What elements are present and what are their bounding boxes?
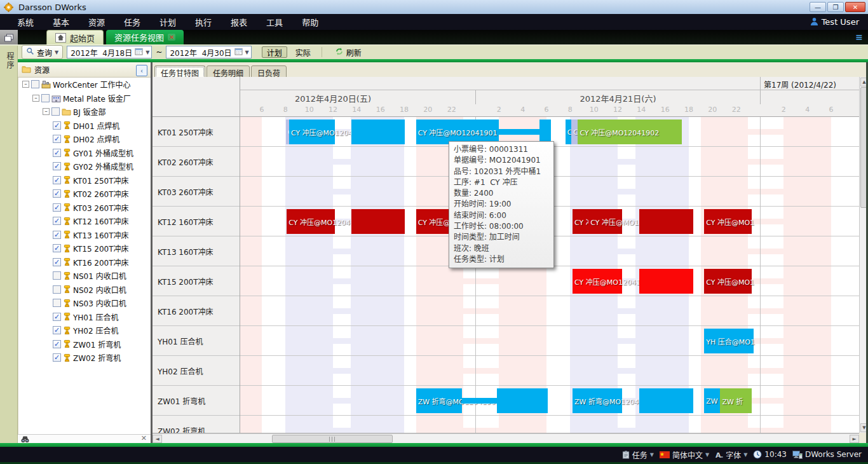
gantt-task-bar[interactable]	[639, 209, 693, 234]
menu-item[interactable]: 帮助	[292, 14, 328, 30]
gantt-task-bar[interactable]	[497, 388, 548, 413]
close-button[interactable]: ✕	[845, 2, 865, 12]
tree-checkbox[interactable]: ✓	[53, 326, 61, 334]
tree-checkbox[interactable]: ✓	[53, 217, 61, 225]
tree-checkbox[interactable]: ✓	[53, 189, 61, 198]
chevron-down-icon[interactable]: ▼	[743, 452, 747, 458]
tree-checkbox[interactable]: ✓	[53, 353, 61, 362]
menu-item[interactable]: 资源	[79, 14, 114, 30]
menu-item[interactable]: 报表	[221, 14, 257, 30]
tree-item[interactable]: ✓DH02 点焊机	[18, 132, 151, 146]
menu-item[interactable]: 计划	[150, 14, 186, 30]
tree-item[interactable]: ✓YH02 压合机	[18, 324, 151, 338]
gantt-task-bar[interactable]: CY 冲压@MO12041904	[287, 209, 335, 234]
chevron-down-icon[interactable]: ▼	[705, 452, 709, 458]
tree-checkbox[interactable]	[31, 80, 39, 88]
tree-item[interactable]: NS01 内收口机	[18, 269, 151, 283]
side-strip[interactable]: 程序	[0, 46, 18, 443]
actual-toggle-button[interactable]: 实际	[291, 46, 315, 58]
user-indicator[interactable]: Test User	[810, 14, 859, 30]
tree-item[interactable]: ✓KT13 160T冲床	[18, 228, 151, 242]
tree-checkbox[interactable]: ✓	[53, 176, 61, 184]
gantt-task-bar[interactable]	[462, 398, 496, 404]
collapse-panel-button[interactable]: ‹	[136, 65, 147, 76]
status-item[interactable]: 简体中文▼	[660, 449, 709, 460]
menu-item[interactable]: 基本	[43, 14, 79, 30]
gantt-task-bar[interactable]	[499, 129, 539, 135]
tree-checkbox[interactable]	[53, 299, 61, 307]
menu-item[interactable]: 任务	[114, 14, 150, 30]
gantt-task-bar[interactable]: CY 冲压@MO12041904	[588, 209, 621, 234]
gantt-task-bar[interactable]: C	[566, 119, 571, 144]
gantt-task-bar[interactable]: YH 压合@MO1	[704, 329, 753, 353]
tree-checkbox[interactable]: ✓	[53, 231, 61, 239]
gantt-task-bar[interactable]	[351, 209, 405, 234]
tree-expander-icon[interactable]: –	[22, 81, 29, 88]
tree-checkbox[interactable]	[53, 285, 61, 294]
tree-item[interactable]: ✓ZW01 折弯机	[18, 338, 151, 351]
tree-checkbox[interactable]: ✓	[53, 340, 61, 348]
tree-item[interactable]: NS03 内收口机	[18, 296, 151, 310]
tree-checkbox[interactable]: ✓	[53, 149, 61, 157]
status-item[interactable]: DWorks Server	[792, 450, 862, 459]
doc-tab[interactable]: 资源任务视图✕	[106, 30, 184, 44]
tree-item[interactable]: ✓GY01 外桶成型机	[18, 146, 151, 160]
scroll-left-icon[interactable]: ◄	[153, 435, 162, 443]
date-from-input[interactable]: 2012年 4月18日 ▼	[67, 46, 152, 58]
gantt-task-bar[interactable]: ZW	[704, 388, 720, 413]
plan-toggle-button[interactable]: 计划	[262, 46, 287, 58]
gantt-task-bar[interactable]: ZW 折弯@MO12041901	[416, 388, 463, 413]
gantt-task-bar[interactable]: CY 冲压@MO1	[704, 269, 752, 294]
tree-item[interactable]: ✓GY02 外桶成型机	[18, 160, 151, 174]
tree-item[interactable]: ✓DH01 点焊机	[18, 119, 151, 133]
tree-item[interactable]: ✓YH01 压合机	[18, 310, 151, 324]
gantt-task-bar[interactable]	[639, 269, 693, 294]
tree-checkbox[interactable]	[41, 94, 50, 102]
chevron-down-icon[interactable]: ▼	[146, 50, 149, 55]
tree-item[interactable]: –WorkCenter 工作中心	[18, 78, 151, 92]
status-item[interactable]: A字体▼	[715, 449, 747, 460]
gantt-task-bar[interactable]: C	[571, 119, 577, 144]
maximize-button[interactable]: ❐	[827, 2, 844, 12]
menu-item[interactable]: 工具	[257, 14, 292, 30]
doc-tab[interactable]: 起始页	[46, 30, 104, 44]
scroll-right-icon[interactable]: ►	[850, 435, 859, 443]
tree-item[interactable]: NS02 内收口机	[18, 283, 151, 297]
tree-checkbox[interactable]: ✓	[53, 121, 61, 130]
tree-checkbox[interactable]: ✓	[53, 203, 61, 212]
date-to-input[interactable]: 2012年 4月30日 ▼	[166, 46, 251, 58]
tree-item[interactable]: ✓KT02 260T冲床	[18, 187, 151, 201]
tree-item[interactable]: ✓KT16 200T冲床	[18, 256, 151, 270]
tree-checkbox[interactable]: ✓	[53, 162, 61, 170]
status-item[interactable]: 任务▼	[622, 449, 654, 460]
tree-checkbox[interactable]: ✓	[53, 244, 61, 252]
tree-item[interactable]: ✓KT15 200T冲床	[18, 242, 151, 256]
gantt-task-bar[interactable]: CY 冲	[573, 209, 588, 234]
tab-list-icon[interactable]: ≡	[855, 33, 863, 41]
windows-stack-icon[interactable]	[0, 30, 18, 46]
gantt-task-bar[interactable]: CY 冲压@MO12041903	[573, 269, 621, 294]
tree-item[interactable]: ✓KT03 260T冲床	[18, 201, 151, 215]
close-icon[interactable]: ✕	[141, 434, 147, 442]
menu-item[interactable]: 执行	[186, 14, 221, 30]
menu-item[interactable]: 系统	[8, 14, 43, 30]
tree-item[interactable]: –Metal Plate 钣金厂	[18, 92, 151, 106]
gantt-task-bar[interactable]: ZW 折弯@MO12041901	[573, 388, 621, 413]
tree-expander-icon[interactable]: –	[32, 95, 39, 102]
tree-item[interactable]: –BJ 钣金部	[18, 105, 151, 119]
horizontal-scroll-thumb[interactable]	[272, 435, 393, 443]
gantt-task-bar[interactable]	[639, 388, 693, 413]
chevron-down-icon[interactable]: ▼	[245, 50, 249, 55]
tree-item[interactable]: ✓KT01 250T冲床	[18, 174, 151, 188]
tree-checkbox[interactable]	[51, 107, 60, 116]
query-button[interactable]: 查询 ▼	[22, 45, 63, 59]
chevron-down-icon[interactable]: ▼	[650, 452, 654, 458]
close-tab-icon[interactable]: ✕	[168, 34, 175, 41]
tree-checkbox[interactable]: ✓	[53, 258, 61, 266]
tree-item[interactable]: ✓KT12 160T冲床	[18, 214, 151, 228]
horizontal-scrollbar[interactable]: ◄ ►	[153, 433, 859, 443]
tree-checkbox[interactable]: ✓	[53, 313, 61, 321]
tree-item[interactable]: ✓ZW02 折弯机	[18, 351, 151, 365]
gantt-task-bar[interactable]: CY 冲压@MO12041901	[289, 119, 335, 144]
status-item[interactable]: 10:43	[753, 450, 787, 459]
